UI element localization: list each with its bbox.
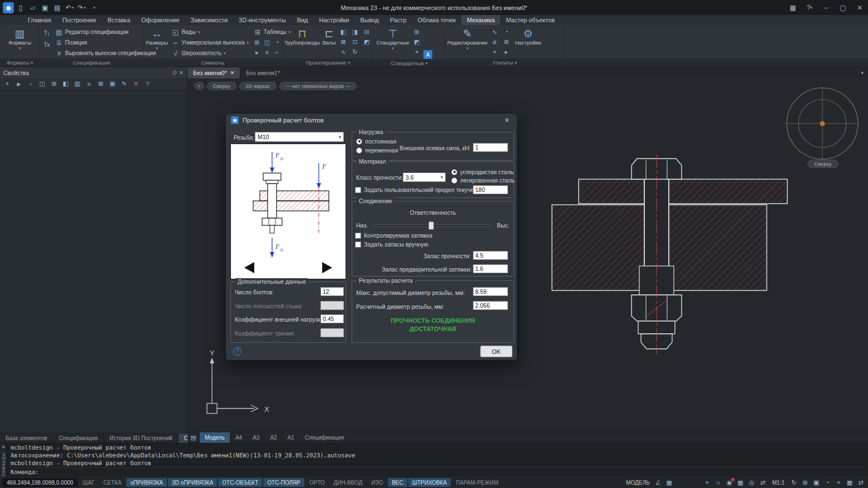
- symbol-tool-button[interactable]: ⊞: [252, 37, 262, 47]
- undo-button[interactable]: ↶▾: [64, 2, 75, 13]
- menu-glavnaya[interactable]: Главная: [22, 15, 57, 25]
- standard-tool-button[interactable]: ◩: [412, 37, 422, 47]
- panel-tool-button[interactable]: ✎: [119, 79, 130, 89]
- view-direction-control[interactable]: Сверху: [207, 82, 237, 90]
- toggle-grid[interactable]: СЕТКА: [100, 478, 126, 487]
- sheet-tab-a2[interactable]: А2: [265, 432, 282, 443]
- status-icon[interactable]: ▦: [736, 478, 746, 487]
- symbol-tool-button[interactable]: ◫: [262, 37, 272, 47]
- carbon-steel-radio[interactable]: углеродистая сталь: [451, 169, 514, 175]
- group-label-formats[interactable]: Форматы▾: [0, 58, 40, 67]
- menu-vstavka[interactable]: Вставка: [102, 15, 136, 25]
- sheet-tab-model[interactable]: Модель: [200, 432, 230, 443]
- design-tool-button[interactable]: ∿: [338, 47, 348, 57]
- roughness-button[interactable]: √ Шероховатость ▾: [170, 48, 250, 58]
- manual-margins-checkbox[interactable]: Задать запасы вручную: [355, 241, 428, 248]
- dimensions-button[interactable]: ↔ Размеры ▾: [145, 27, 168, 51]
- standard-tool-button[interactable]: ⌖: [412, 47, 422, 57]
- utility-tool-button[interactable]: ∿: [490, 27, 500, 37]
- ok-button[interactable]: OK: [480, 346, 512, 357]
- safety-margin-input[interactable]: [473, 251, 508, 260]
- wheel-view-label[interactable]: Сверху: [807, 160, 839, 168]
- toggle-3d-osnap[interactable]: 3D оПРИВЯЗКА: [168, 478, 217, 487]
- group-label-utilities[interactable]: Утилиты▾: [445, 58, 564, 67]
- utility-tool-button[interactable]: ◔: [501, 27, 511, 37]
- status-icon[interactable]: ⊞: [800, 478, 810, 487]
- close-icon[interactable]: ✕: [230, 70, 235, 76]
- linked-views-control[interactable]: — нет связанных видов —: [279, 82, 357, 90]
- position-button[interactable]: ① Позиция: [53, 37, 157, 48]
- help-button[interactable]: ?▾: [801, 0, 818, 15]
- design-tool-button[interactable]: ◩: [362, 37, 372, 47]
- sheet-tab-a4[interactable]: А4: [230, 432, 248, 443]
- menu-3d-instrumenty[interactable]: 3D-инструменты: [233, 15, 292, 25]
- design-tool-button[interactable]: ⊡: [350, 37, 360, 47]
- utility-tool-button[interactable]: ⊞: [501, 37, 511, 47]
- menu-postroenie[interactable]: Построение: [57, 15, 102, 25]
- dialog-close-button[interactable]: ✕: [502, 116, 512, 125]
- tab-list-button[interactable]: ▾: [856, 67, 868, 78]
- toggle-osnap[interactable]: оПРИВЯЗКА: [126, 478, 167, 487]
- sheet-tab-a3[interactable]: А3: [248, 432, 265, 443]
- status-icon[interactable]: ▦: [845, 478, 855, 487]
- panel-tool-button[interactable]: ▥: [72, 79, 83, 89]
- toggle-hatch[interactable]: ШТРИХОВКА: [408, 478, 451, 487]
- menu-nastrojki[interactable]: Настройки: [314, 15, 355, 25]
- scale-control[interactable]: М1:1: [769, 480, 788, 486]
- new-file-button[interactable]: ▯: [15, 2, 26, 13]
- panel-tool-button[interactable]: ▣: [107, 79, 118, 89]
- command-input-line[interactable]: Команда:: [11, 467, 865, 476]
- status-icon[interactable]: ▣: [811, 478, 821, 487]
- minimize-button[interactable]: –: [818, 0, 835, 15]
- sheet-set-button[interactable]: ▦: [785, 0, 801, 15]
- close-icon[interactable]: ✕: [2, 445, 6, 451]
- slider-thumb[interactable]: [428, 221, 434, 230]
- status-icon[interactable]: ◔: [822, 478, 832, 487]
- tab-element-base[interactable]: База элементов: [0, 433, 53, 443]
- group-label-specification[interactable]: Спецификация: [40, 58, 143, 67]
- save-button[interactable]: ▣: [40, 2, 51, 13]
- universal-leader-button[interactable]: ⌐ Универсальная выноска ▾: [170, 37, 250, 48]
- redo-button[interactable]: ↷▾: [76, 2, 87, 13]
- status-icon[interactable]: ⇄: [856, 478, 866, 487]
- dialog-help-button[interactable]: ?: [233, 347, 241, 356]
- status-icon[interactable]: ⇄: [758, 478, 768, 487]
- status-icon[interactable]: ∠: [653, 478, 663, 487]
- views-button[interactable]: ◱ Виды ▾: [170, 27, 250, 37]
- design-tool-button[interactable]: ⊟: [362, 27, 372, 37]
- print-button[interactable]: ▤: [52, 2, 63, 13]
- doc-tab-0[interactable]: Без имени0* ✕: [188, 67, 240, 78]
- menu-master-obektov[interactable]: Мастер объектов: [500, 15, 560, 25]
- symbol-tool-button[interactable]: ◔: [272, 37, 282, 47]
- design-tool-button[interactable]: ◧: [338, 27, 348, 37]
- settings-button[interactable]: ⚙ Настройки: [513, 27, 543, 47]
- custom-yield-checkbox[interactable]: Задать пользовательский предел текучести…: [355, 186, 484, 193]
- utility-tool-button[interactable]: ⌀: [490, 37, 500, 47]
- panel-tool-button[interactable]: ⌖: [2, 79, 13, 89]
- tab-specification[interactable]: Спецификация: [53, 433, 104, 443]
- panel-tool-button[interactable]: ✕: [130, 79, 141, 89]
- strength-class-combobox[interactable]: 3.6 ▾: [403, 172, 446, 182]
- toggle-dynamic-input[interactable]: ДИН-ВВОД: [329, 478, 366, 487]
- toggle-iso[interactable]: ИЗО: [367, 478, 387, 487]
- design-tool-button[interactable]: ◨: [350, 27, 360, 37]
- panel-tool-button[interactable]: ≡: [83, 79, 95, 89]
- thread-combobox[interactable]: M10 ▾: [255, 132, 344, 142]
- yield-strength-input[interactable]: [473, 185, 508, 194]
- controlled-tightening-checkbox[interactable]: Контролируемая затяжка: [355, 232, 432, 239]
- status-icon[interactable]: ⌖: [702, 478, 712, 487]
- utility-tool-button[interactable]: ▸: [501, 47, 511, 57]
- panel-tool-button[interactable]: ⊠: [95, 79, 106, 89]
- app-logo-icon[interactable]: ◉: [3, 2, 14, 13]
- status-icon[interactable]: ◎: [747, 478, 757, 487]
- shafts-button[interactable]: ⊏ Валы: [322, 27, 337, 47]
- edit-utilities-button[interactable]: ✎ Редактирование ▾: [447, 27, 488, 51]
- alloy-steel-radio[interactable]: легированная сталь: [451, 177, 515, 184]
- symbol-tool-button[interactable]: ≡: [262, 47, 272, 57]
- qat-customize-button[interactable]: ▾: [88, 2, 100, 13]
- viewport-plus-button[interactable]: +: [194, 82, 204, 90]
- menu-oblaka-tochek[interactable]: Облака точек: [412, 15, 462, 25]
- toggle-ortho[interactable]: ОРТО: [305, 478, 328, 487]
- model-space-label[interactable]: МОДЕЛЬ: [624, 480, 652, 486]
- group-label-symbols[interactable]: Символы: [144, 58, 282, 67]
